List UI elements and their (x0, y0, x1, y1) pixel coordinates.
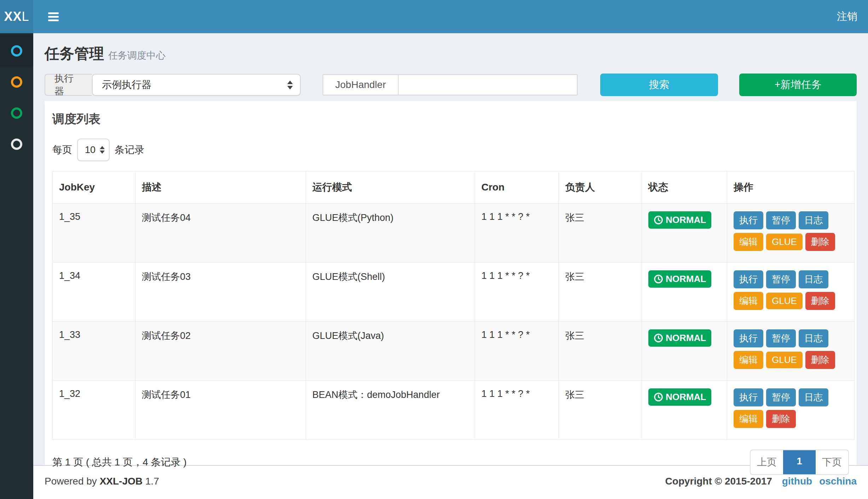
page-size-select[interactable]: 10 (77, 139, 110, 161)
page-subtitle: 任务调度中心 (108, 50, 166, 61)
cell-description: 测试任务02 (135, 322, 306, 381)
glue-button[interactable]: GLUE (766, 293, 803, 309)
footer-brand: XXL-JOB (100, 476, 143, 487)
status-text: NORMAL (666, 215, 706, 225)
cell-run-mode: GLUE模式(Java) (306, 322, 475, 381)
column-header: 运行模式 (306, 171, 475, 204)
sidebar-item-job-log[interactable] (0, 66, 33, 98)
status-badge: NORMAL (648, 329, 711, 347)
executor-select[interactable]: 示例执行器 (92, 74, 300, 96)
jobhandler-input[interactable] (399, 75, 577, 95)
page-size-suffix: 条记录 (115, 143, 144, 157)
glue-button[interactable]: GLUE (766, 352, 803, 368)
edit-button[interactable]: 编辑 (734, 292, 763, 310)
filter-row: 执行器 示例执行器 JobHandler 搜索 +新增任务 (33, 74, 868, 96)
status-badge: NORMAL (648, 270, 711, 288)
cell-description: 测试任务04 (135, 204, 306, 263)
circle-icon (11, 76, 22, 88)
sidebar-item-job-manage[interactable] (0, 35, 33, 66)
app-logo[interactable]: XXL (0, 0, 33, 33)
clock-icon (654, 215, 663, 225)
clock-icon (654, 274, 663, 284)
status-badge: NORMAL (648, 211, 711, 229)
column-header: Cron (475, 171, 559, 204)
glue-button[interactable]: GLUE (766, 234, 803, 250)
oschina-link[interactable]: oschina (819, 476, 857, 487)
delete-button[interactable]: 删除 (805, 233, 835, 251)
cell-run-mode: BEAN模式：demoJobHandler (306, 381, 475, 440)
add-job-button[interactable]: +新增任务 (739, 74, 857, 96)
cell-job-key: 1_34 (53, 263, 135, 322)
delete-button[interactable]: 删除 (766, 410, 796, 428)
sidebar-item-job-registry[interactable] (0, 98, 33, 129)
github-link[interactable]: github (782, 476, 812, 487)
logout-link[interactable]: 注销 (837, 10, 857, 24)
search-button[interactable]: 搜索 (600, 74, 718, 96)
log-button[interactable]: 日志 (799, 211, 828, 229)
log-button[interactable]: 日志 (799, 329, 828, 347)
next-page-button[interactable]: 下页 (816, 450, 848, 474)
run-button[interactable]: 执行 (734, 211, 763, 229)
logo-rest-text: L (22, 9, 29, 24)
footer-version: 1.7 (143, 476, 159, 487)
circle-icon (11, 107, 22, 119)
cell-job-key: 1_35 (53, 204, 135, 263)
status-text: NORMAL (666, 274, 706, 284)
cell-cron: 1 1 1 * * ? * (475, 263, 559, 322)
prev-page-button[interactable]: 上页 (751, 450, 783, 474)
cell-actions: 执行暂停日志编辑删除 (727, 381, 855, 440)
circle-icon (11, 45, 22, 57)
run-button[interactable]: 执行 (734, 388, 763, 406)
pause-button[interactable]: 暂停 (766, 388, 796, 406)
cell-status: NORMAL (642, 381, 727, 440)
cell-status: NORMAL (642, 322, 727, 381)
content-wrapper: 任务管理任务调度中心 执行器 示例执行器 JobHandler 搜索 +新增任务… (33, 33, 868, 465)
cell-job-key: 1_32 (53, 381, 135, 440)
pause-button[interactable]: 暂停 (766, 211, 796, 229)
delete-button[interactable]: 删除 (805, 351, 835, 369)
select-arrows-icon (287, 81, 293, 89)
navbar-main: 注销 (33, 0, 868, 33)
executor-group: 执行器 示例执行器 (45, 74, 301, 96)
pagination-info: 第 1 页 ( 总共 1 页，4 条记录 ) (52, 456, 187, 469)
circle-icon (11, 139, 22, 150)
cell-cron: 1 1 1 * * ? * (475, 204, 559, 263)
cell-status: NORMAL (642, 204, 727, 263)
footer-right: Copyright © 2015-2017 githuboschina (665, 476, 857, 489)
executor-selected-value: 示例执行器 (102, 78, 151, 92)
log-button[interactable]: 日志 (799, 388, 828, 406)
pause-button[interactable]: 暂停 (766, 270, 796, 288)
actions-wrap: 执行暂停日志编辑GLUE删除 (734, 270, 840, 313)
page-size-value: 10 (85, 145, 96, 155)
edit-button[interactable]: 编辑 (734, 351, 763, 369)
cell-run-mode: GLUE模式(Shell) (306, 263, 475, 322)
run-button[interactable]: 执行 (734, 329, 763, 347)
cell-run-mode: GLUE模式(Python) (306, 204, 475, 263)
sidebar (0, 33, 33, 499)
cell-description: 测试任务01 (135, 381, 306, 440)
run-button[interactable]: 执行 (734, 270, 763, 288)
delete-button[interactable]: 删除 (805, 292, 835, 310)
actions-wrap: 执行暂停日志编辑GLUE删除 (734, 211, 840, 254)
edit-button[interactable]: 编辑 (734, 233, 763, 251)
clock-icon (654, 392, 663, 402)
cell-actions: 执行暂停日志编辑GLUE删除 (727, 204, 855, 263)
sidebar-item-job-help[interactable] (0, 129, 33, 160)
logo-bold-text: XX (4, 9, 22, 24)
pause-button[interactable]: 暂停 (766, 329, 796, 347)
edit-button[interactable]: 编辑 (734, 410, 763, 428)
cell-status: NORMAL (642, 263, 727, 322)
sidebar-toggle-icon[interactable] (45, 7, 62, 27)
log-button[interactable]: 日志 (799, 270, 828, 288)
copyright-text: Copyright © 2015-2017 (665, 476, 772, 487)
table-row: 1_34测试任务03GLUE模式(Shell)1 1 1 * * ? *张三NO… (53, 263, 855, 322)
footer-links: githuboschina (775, 476, 857, 487)
current-page-button[interactable]: 1 (783, 450, 816, 474)
jobhandler-group: JobHandler (323, 74, 578, 95)
cell-owner: 张三 (559, 381, 642, 440)
column-header: JobKey (53, 171, 135, 204)
pagination: 上页 1 下页 (750, 450, 849, 475)
powered-prefix: Powered by (45, 476, 100, 487)
powered-by: Powered by XXL-JOB 1.7 (45, 476, 159, 489)
cell-owner: 张三 (559, 204, 642, 263)
